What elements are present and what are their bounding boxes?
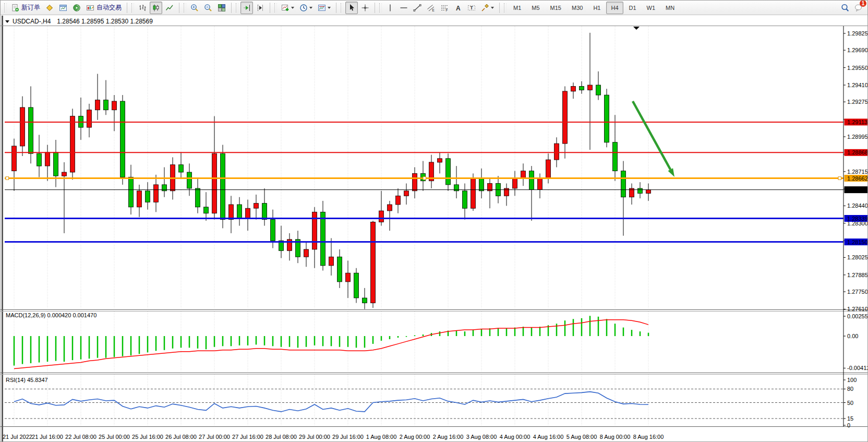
fibonacci-button[interactable]: F (438, 2, 451, 14)
candle (120, 95, 125, 185)
tf-m1-button-label: M1 (513, 5, 521, 11)
toolbar-separator (270, 3, 270, 13)
tf-w1-button[interactable]: W1 (642, 2, 660, 14)
time-axis-label: 22 Jul 08:00 (65, 434, 97, 440)
text-button[interactable]: A (452, 2, 464, 14)
dropdown-caret-icon (291, 7, 294, 9)
price-tag: 1.28662 (845, 175, 868, 182)
rsi-tick-label: 80 (847, 386, 853, 392)
tf-m5-button[interactable]: M5 (527, 2, 544, 14)
line-handle[interactable] (423, 177, 426, 180)
notification-badge: 1 (860, 0, 866, 7)
new-order-button[interactable]: 新订单 (9, 2, 42, 14)
notifications-button[interactable]: 1 (852, 2, 865, 14)
time-axis-label: 8 Aug 00:00 (600, 434, 631, 440)
time-axis-label: 27 Jul 16:00 (232, 434, 263, 440)
price-tag: 1.28868 (845, 149, 868, 156)
time-axis-label: 1 Aug 08:00 (366, 434, 397, 440)
time-axis-label: 4 Aug 00:00 (500, 434, 531, 440)
tf-mn-button-label: MN (666, 5, 674, 11)
price-tick-label: 1.27750 (847, 289, 868, 295)
line-handle[interactable] (838, 177, 841, 180)
price-tag: 1.28339 (845, 215, 868, 222)
auto-trading-icon (86, 4, 94, 12)
toolbar-grip (131, 3, 134, 13)
tf-d1-button[interactable]: D1 (624, 2, 641, 14)
toolbar-separator (231, 3, 232, 13)
candlestick-button[interactable] (150, 2, 162, 14)
search-button[interactable] (839, 2, 851, 14)
vertical-line-icon (386, 4, 394, 12)
price-tag: 1.28569 (845, 186, 868, 193)
svg-text:T: T (470, 5, 473, 10)
horizontal-line-button[interactable] (397, 2, 410, 14)
price-tick-label: 1.28025 (847, 254, 868, 260)
chart-canvas[interactable]: 1.298251.296901.295501.294101.292751.289… (1, 1, 868, 442)
periods-button[interactable] (297, 2, 315, 14)
crosshair-icon (361, 4, 369, 12)
cursor-button[interactable] (345, 2, 358, 14)
vertical-line-button[interactable] (384, 2, 396, 14)
svg-text:1.28662: 1.28662 (847, 175, 868, 182)
tile-windows-button[interactable] (215, 2, 228, 14)
chart-background (1, 16, 868, 442)
rsi-tick-label: 0 (847, 422, 850, 428)
tf-m1-button[interactable]: M1 (509, 2, 526, 14)
tf-m30-button[interactable]: M30 (567, 2, 587, 14)
time-axis-label: 29 Jul 16:00 (332, 434, 364, 440)
toolbar-grip (184, 3, 186, 13)
toolbar-separator (127, 3, 127, 13)
svg-text:1.29113: 1.29113 (847, 119, 867, 125)
dropdown-caret-icon (328, 7, 331, 9)
channel-button[interactable]: E (425, 2, 437, 14)
macd-label: MACD(12,26,9) 0.000420 0.001470 (6, 312, 97, 318)
toolbar-separator (499, 3, 500, 13)
tf-h4-button-label: H4 (611, 5, 618, 11)
navigator-button[interactable] (70, 2, 83, 14)
svg-text:E: E (432, 8, 435, 12)
shapes-button[interactable] (479, 2, 496, 14)
dropdown-caret-icon (491, 7, 494, 9)
svg-text:1.28150: 1.28150 (847, 239, 868, 245)
auto-scroll-button[interactable] (240, 2, 253, 14)
line-chart-icon (165, 4, 174, 12)
zoom-in-button[interactable] (188, 2, 201, 14)
trendline-button[interactable] (411, 2, 424, 14)
bar-chart-button[interactable] (136, 2, 149, 14)
chart-shift-button[interactable] (254, 2, 267, 14)
tf-h1-button[interactable]: H1 (588, 2, 605, 14)
label-button[interactable]: T (465, 2, 478, 14)
tf-m15-button[interactable]: M15 (546, 2, 566, 14)
price-tick-label: 1.28715 (847, 169, 868, 175)
chart-menu-triangle-icon[interactable] (5, 20, 9, 23)
indicators-button[interactable] (279, 2, 296, 14)
auto-trading-button[interactable]: 自动交易 (84, 2, 124, 14)
price-tick-label: 1.29550 (847, 65, 868, 71)
time-axis-label: 21 Jul 2022 (3, 434, 32, 440)
zoom-out-button[interactable] (202, 2, 214, 14)
bar-chart-icon (138, 4, 147, 12)
toolbar-grip (236, 3, 238, 13)
time-axis-label: 5 Aug 08:00 (566, 434, 597, 440)
svg-text:A: A (456, 4, 461, 11)
data-window-button[interactable] (57, 2, 69, 14)
time-axis-label: 26 Jul 08:00 (165, 434, 197, 440)
shapes-icon (481, 4, 489, 12)
window-left-border (2, 16, 3, 442)
time-axis-label: 27 Jul 00:00 (199, 434, 230, 440)
time-axis-label: 2 Aug 00:00 (400, 434, 430, 440)
price-tick-label: 1.29275 (847, 99, 868, 105)
candle (605, 89, 609, 147)
templates-button[interactable] (316, 2, 333, 14)
chart-title: USDCAD-,H4 (13, 18, 51, 25)
text-icon: A (454, 4, 462, 12)
line-handle[interactable] (6, 177, 9, 180)
tf-m15-button-label: M15 (550, 5, 561, 11)
time-axis-label: 29 Jul 00:00 (299, 434, 330, 440)
crosshair-button[interactable] (359, 2, 371, 14)
tf-mn-button[interactable]: MN (661, 2, 679, 14)
zoom-in-icon (190, 4, 199, 12)
tf-h4-button[interactable]: H4 (606, 2, 623, 14)
market-watch-button[interactable] (43, 2, 56, 14)
line-chart-button[interactable] (163, 2, 176, 14)
